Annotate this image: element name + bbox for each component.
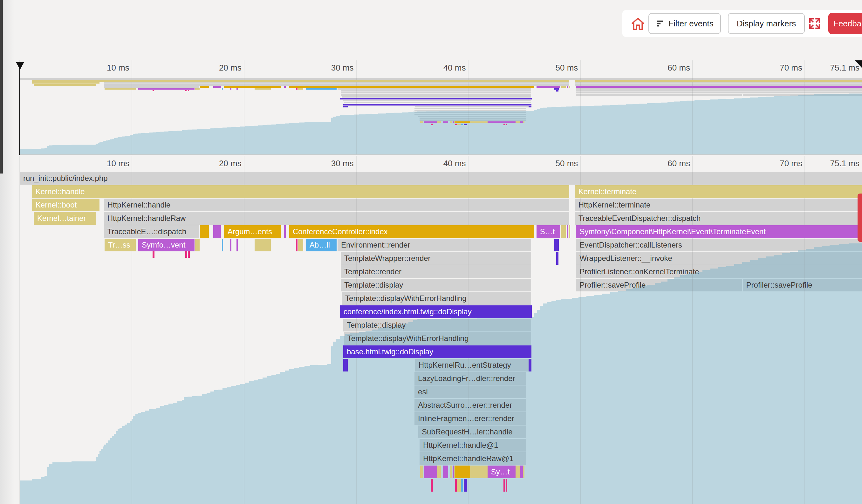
timeline-bar[interactable]: Tr…ss <box>105 239 136 251</box>
timeline-bar[interactable]: HttpKernel::terminate <box>575 199 862 211</box>
timeline-bar-fragment[interactable] <box>554 239 559 251</box>
timeline-bar-label: WrappedListener::__invoke <box>576 252 862 265</box>
timeline-bar[interactable]: esi <box>415 385 526 398</box>
minimap-bar <box>342 96 531 97</box>
axis-tick-label: 30 ms <box>303 159 354 169</box>
timeline-bar[interactable]: HttpKernel::handleRaw@1 <box>420 452 526 465</box>
timeline-bar[interactable]: S…t <box>536 225 560 238</box>
timeline-bar[interactable]: HttpKernel::handle@1 <box>420 439 526 452</box>
timeline-bar-fragment[interactable] <box>284 225 286 238</box>
minimap-bar <box>506 124 507 125</box>
timeline-bar-fragment[interactable] <box>561 225 566 238</box>
timeline-bar-fragment[interactable] <box>515 466 520 478</box>
timeline-bar-fragment[interactable] <box>420 466 423 478</box>
timeline-bar-fragment[interactable] <box>523 466 524 478</box>
timeline-bar[interactable]: Profiler::saveProfile <box>576 279 742 291</box>
timeline-bar-fragment[interactable] <box>437 466 441 478</box>
timeline-bar-fragment[interactable] <box>506 479 507 492</box>
timeline-bar-fragment[interactable] <box>457 479 461 492</box>
timeline-bar[interactable]: Kernel::handle <box>32 185 569 198</box>
timeline-bar[interactable]: Profiler::saveProfile <box>743 279 862 291</box>
fullscreen-icon[interactable] <box>808 17 821 30</box>
timeline-bar[interactable]: Argum…ents <box>224 225 280 238</box>
timeline-bar[interactable]: EventDispatcher::callListeners <box>576 239 862 251</box>
event-marker <box>153 251 155 258</box>
timeline-bar-fragment[interactable] <box>455 479 457 492</box>
timeline-bar-label: HttpKernel::handle <box>104 199 569 211</box>
timeline-bar-fragment[interactable] <box>520 466 523 478</box>
timeline-bar[interactable]: ProfilerListener::onKernelTerminate <box>576 265 862 278</box>
feedback-button[interactable]: Feedback <box>828 13 862 34</box>
timeline-bar-fragment[interactable] <box>461 479 463 492</box>
timeline-bar[interactable]: Kernel::boot <box>32 199 100 211</box>
timeline-bar[interactable]: Kernel…tainer <box>34 212 96 225</box>
timeline-bar[interactable]: ConferenceController::index <box>289 225 534 238</box>
timeline-bar-fragment[interactable] <box>431 479 433 492</box>
timeline-bar[interactable]: Environment::render <box>338 239 531 251</box>
timeline-bar-label: EventDispatcher::callListeners <box>576 239 862 251</box>
timeline-bar-fragment[interactable] <box>504 479 505 492</box>
timeline-bar[interactable]: Template::display <box>341 279 531 291</box>
timeline-bar-fragment[interactable] <box>254 239 271 251</box>
timeline-bar-fragment[interactable] <box>230 239 231 251</box>
timeline-bar[interactable]: TraceableE…::dispatch <box>104 225 199 238</box>
timeline-bar-label: HttpKernel::handleRaw@1 <box>420 452 526 465</box>
timeline-bar[interactable]: HttpKernelRu…entStrategy <box>415 359 528 371</box>
timeline-bar-fragment[interactable] <box>200 225 209 238</box>
timeline-bar[interactable]: Kernel::terminate <box>575 185 862 198</box>
timeline-bar[interactable]: TemplateWrapper::render <box>341 252 531 265</box>
timeline-bar[interactable]: Ab…ll <box>306 239 337 251</box>
timeline-bar-fragment[interactable] <box>343 359 348 371</box>
filter-events-button[interactable]: Filter events <box>649 13 721 34</box>
display-markers-button[interactable]: Display markers <box>728 13 805 34</box>
timeline-bar-fragment[interactable] <box>236 239 238 251</box>
timeline-bar-fragment[interactable] <box>569 225 570 238</box>
timeline-bar-fragment[interactable] <box>470 466 487 478</box>
timeline-bar[interactable]: Symfony\Component\HttpKernel\Event\Termi… <box>576 225 862 238</box>
timeline-bar[interactable]: WrappedListener::__invoke <box>576 252 862 265</box>
timeline-bar-fragment[interactable] <box>213 225 221 238</box>
timeline-bar-fragment[interactable] <box>528 359 532 371</box>
timeline-bar[interactable]: Template::render <box>341 265 531 278</box>
timeline-bar-fragment[interactable] <box>195 239 200 251</box>
timeline-bar[interactable]: InlineFragmen…erer::render <box>415 412 526 425</box>
timeline-bar-fragment[interactable] <box>464 479 467 492</box>
timeline-bar[interactable]: SubRequestH…ler::handle <box>418 425 526 438</box>
timeline-bar[interactable]: Sy…t <box>487 466 515 478</box>
minimap-bar <box>340 98 532 100</box>
timeline-bar-fragment[interactable] <box>450 466 452 478</box>
timeline-bar-fragment[interactable] <box>298 239 303 251</box>
timeline-bar[interactable]: HttpKernel::handleRaw <box>104 212 569 225</box>
timeline-bar[interactable]: AbstractSurro…erer::render <box>415 399 526 412</box>
timeline-bar[interactable]: LazyLoadingFr…dler::render <box>415 372 526 385</box>
timeline-bar-fragment[interactable] <box>296 239 298 251</box>
timeline-bar[interactable]: Template::display <box>343 319 531 331</box>
minimap-left-handle[interactable] <box>19 62 20 155</box>
timeline-bar-fragment[interactable] <box>455 466 470 478</box>
minimap-bar <box>104 86 199 88</box>
timeline-bar-fragment[interactable] <box>453 466 454 478</box>
timeline-bar[interactable]: run_init::public/index.php <box>20 172 862 185</box>
timeline-bar-fragment[interactable] <box>222 239 223 251</box>
minimap-bar <box>20 78 862 80</box>
minimap-bar <box>576 86 862 88</box>
timeline-bar-fragment[interactable] <box>556 252 559 265</box>
timeline-bar[interactable]: HttpKernel::handle <box>104 199 569 211</box>
minimap-bar <box>424 121 437 123</box>
right-edge-tab[interactable] <box>858 194 862 242</box>
home-icon[interactable] <box>631 16 645 31</box>
timeline-bar-fragment[interactable] <box>424 466 437 478</box>
timeline-bar[interactable]: conference/index.html.twig::doDisplay <box>340 305 532 318</box>
timeline-bar[interactable]: Symfo…vent <box>138 239 195 251</box>
axis-tick-label: 70 ms <box>752 159 802 169</box>
timeline-bar[interactable]: base.html.twig::doDisplay <box>343 345 532 358</box>
timeline-bar[interactable]: Template::displayWithErrorHandling <box>342 292 531 305</box>
timeline-bar-fragment[interactable] <box>567 225 568 238</box>
timeline-bar[interactable]: Template::displayWithErrorHandling <box>344 332 531 345</box>
minimap-bar <box>576 88 862 90</box>
minimap-bar <box>450 121 452 123</box>
minimap-bar <box>138 88 195 90</box>
timeline-bar-label: base.html.twig::doDisplay <box>343 345 532 358</box>
timeline-bar[interactable]: TraceableEventDispatcher::dispatch <box>575 212 862 225</box>
timeline-bar-fragment[interactable] <box>443 466 448 478</box>
